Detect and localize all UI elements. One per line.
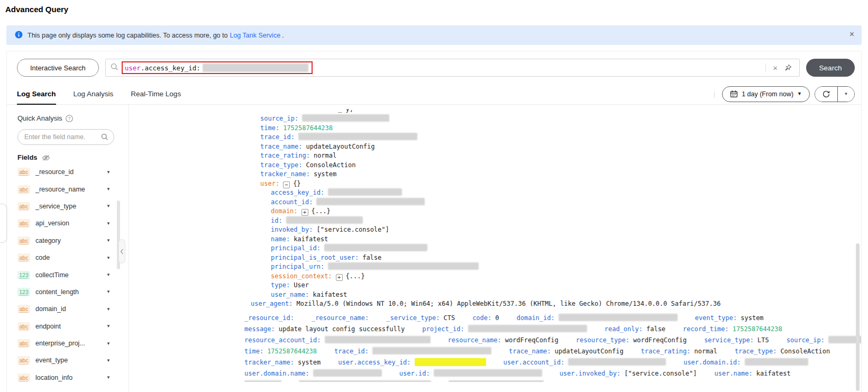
time-range-caret-icon: ▼ — [797, 92, 802, 96]
json-key: resource_name: — [448, 336, 501, 344]
interactive-search-button[interactable]: Interactive Search — [17, 59, 99, 77]
field-item[interactable]: abc_service_type▼ — [17, 198, 111, 215]
json-value: LTS — [757, 336, 769, 344]
main-scrollbar[interactable] — [856, 243, 860, 391]
fields-header: Fields — [17, 153, 129, 161]
field-item[interactable]: abcapi_version▼ — [17, 215, 111, 232]
field-dropdown-icon[interactable]: ▼ — [106, 187, 111, 192]
tab-log-search[interactable]: Log Search — [17, 84, 56, 104]
quick-analysis-sidebar: Quick Analysis ? Fields — [7, 105, 129, 392]
field-dropdown-icon[interactable]: ▼ — [106, 341, 111, 346]
field-item[interactable]: abc_resource_name▼ — [17, 180, 111, 197]
field-name: _resource_name — [35, 186, 85, 193]
banner-close-icon[interactable]: × — [849, 30, 854, 39]
field-dropdown-icon[interactable]: ▼ — [106, 358, 111, 363]
json-key: source_ip: — [260, 115, 298, 122]
field-item[interactable]: 123content_length▼ — [17, 284, 111, 300]
query-annotation-box: user.access_key_id: — [122, 61, 313, 74]
search-button[interactable]: Search — [806, 59, 855, 77]
field-name: content_length — [35, 288, 79, 296]
json-key: principal_is_root_user: — [271, 254, 359, 261]
field-filter-search-icon[interactable] — [101, 133, 108, 141]
json-key: project_id: — [422, 325, 464, 333]
log-field-pair: read_only:false — [605, 324, 669, 335]
field-dropdown-icon[interactable]: ▼ — [106, 375, 111, 380]
field-item[interactable]: 123collectTime▼ — [17, 266, 111, 283]
log-json-line: principal_urn: — [129, 262, 861, 272]
log-field-pair: _resource_id: — [244, 313, 298, 324]
search-input[interactable]: user.access_key_id: × — [105, 59, 800, 77]
masked-value — [449, 380, 544, 382]
json-object-key: domain: — [271, 207, 298, 215]
field-dropdown-icon[interactable]: ▼ — [106, 256, 111, 260]
field-dropdown-icon[interactable]: ▼ — [106, 238, 111, 243]
refresh-dropdown-button[interactable]: ▼ — [838, 87, 854, 102]
field-item[interactable]: abcevent_type▼ — [17, 352, 111, 369]
collapse-toggle-icon[interactable]: − — [283, 181, 290, 188]
log-field-row: _resource_id:_resource_name:_service_typ… — [244, 313, 861, 324]
json-value: ["service.console"] — [316, 226, 389, 233]
log-field-pair: time:1752587644238 — [244, 346, 321, 357]
json-value: ["service.console"] — [624, 370, 697, 377]
page-title: Advanced Query — [0, 0, 868, 21]
json-key: _service_type: — [386, 314, 440, 322]
log-json-line: session_context:+{...} — [129, 272, 861, 281]
json-key: time: — [260, 124, 279, 132]
field-dropdown-icon[interactable]: ▼ — [106, 307, 111, 312]
tabs-bar: Log SearchLog AnalysisReal-Time Logs | 1… — [7, 84, 861, 105]
tab-real-time-logs[interactable]: Real-Time Logs — [131, 84, 181, 104]
field-item[interactable]: abcdomain_id▼ — [17, 300, 111, 317]
left-drawer-handle[interactable] — [0, 204, 7, 243]
time-range-button[interactable]: 1 day (From now) ▼ — [722, 86, 810, 102]
masked-value — [568, 358, 666, 366]
field-dropdown-icon[interactable]: ▼ — [106, 272, 111, 277]
field-filter-input[interactable] — [24, 133, 101, 141]
log-field-pair: user.id: — [399, 368, 546, 379]
json-key: event_type: — [695, 314, 737, 322]
log-json-line: trace_type:ConsoleAction — [129, 161, 861, 170]
refresh-button[interactable] — [815, 87, 838, 102]
field-dropdown-icon[interactable]: ▼ — [106, 170, 111, 175]
json-key: domain_id: — [517, 314, 555, 322]
help-icon[interactable]: ? — [66, 115, 73, 122]
json-number-value: 1752587644238 — [267, 348, 317, 355]
tabs: Log SearchLog AnalysisReal-Time Logs — [17, 84, 181, 104]
field-dropdown-icon[interactable]: ▼ — [106, 204, 111, 208]
sidebar-collapse-handle[interactable] — [118, 239, 125, 263]
log-field-pair: _resource_name: — [312, 313, 372, 324]
field-item[interactable]: abc_resource_id▼ — [17, 163, 111, 180]
field-dropdown-icon[interactable]: ▼ — [106, 324, 111, 329]
json-value: ConsoleAction — [780, 348, 830, 355]
log-results-panel: _ y,source_ip:time:1752587644238trace_id… — [129, 105, 861, 392]
json-value: 0 — [495, 314, 499, 322]
log-tank-service-link[interactable]: Log Tank Service — [230, 32, 280, 39]
pin-icon[interactable] — [784, 64, 792, 71]
log-json-line: type:User — [129, 281, 861, 290]
json-key: principal_urn: — [271, 263, 324, 270]
json-key: resource_type: — [576, 336, 629, 344]
field-item[interactable]: abccode▼ — [17, 249, 111, 266]
eye-off-icon[interactable] — [42, 154, 50, 161]
clear-search-icon[interactable]: × — [773, 64, 778, 72]
masked-value — [313, 369, 382, 377]
tab-log-analysis[interactable]: Log Analysis — [74, 84, 114, 104]
field-item[interactable]: abclocation_info▼ — [17, 369, 111, 386]
masked-value — [316, 198, 425, 205]
json-value: false — [646, 325, 665, 333]
log-json-line: time:1752587644238 — [129, 124, 861, 133]
expand-toggle-icon[interactable]: + — [336, 274, 343, 281]
field-item[interactable]: abccategory▼ — [17, 232, 111, 249]
field-dropdown-icon[interactable]: ▼ — [106, 221, 111, 226]
json-value: kaifatest — [294, 235, 328, 243]
number-type-icon: 123 — [17, 288, 30, 296]
json-key: message: — [244, 325, 275, 333]
field-item[interactable]: abcendpoint▼ — [17, 318, 111, 335]
log-field-pair: user.invoked_by:["service.console"] — [560, 368, 701, 379]
expand-toggle-icon[interactable]: + — [301, 209, 308, 216]
field-dropdown-icon[interactable]: ▼ — [106, 289, 111, 294]
masked-value — [286, 216, 363, 224]
field-filter — [17, 129, 114, 145]
field-item[interactable]: abcenterprise_proj...▼ — [17, 335, 111, 352]
json-value: CTS — [443, 314, 455, 322]
masked-value — [244, 380, 281, 382]
